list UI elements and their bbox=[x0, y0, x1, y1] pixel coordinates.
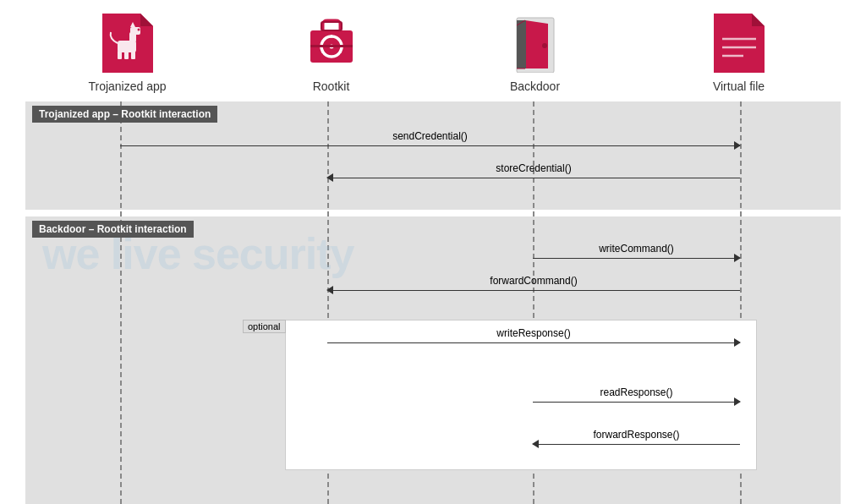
svg-rect-7 bbox=[124, 51, 129, 59]
lifeline-trojan bbox=[120, 101, 122, 504]
msg-forward-response: forwardResponse() bbox=[533, 444, 740, 445]
msg-store-credential-label: storeCredential() bbox=[496, 162, 571, 174]
svg-rect-15 bbox=[310, 45, 353, 47]
svg-rect-4 bbox=[130, 27, 140, 35]
rootkit-icon bbox=[306, 14, 357, 73]
msg-send-credential: sendCredential() bbox=[120, 145, 740, 146]
msg-read-response-label: readResponse() bbox=[600, 386, 672, 398]
section2-header: Backdoor – Rootkit interaction bbox=[32, 221, 194, 238]
msg-send-credential-label: sendCredential() bbox=[392, 130, 468, 142]
svg-rect-18 bbox=[517, 20, 526, 68]
msg-forward-response-label: forwardResponse() bbox=[593, 429, 679, 441]
msg-store-credential: storeCredential() bbox=[327, 178, 740, 178]
actors-row: Trojanized app bbox=[25, 8, 841, 101]
msg-write-response: writeResponse() bbox=[327, 342, 740, 343]
actor-vfile-label: Virtual file bbox=[713, 79, 765, 93]
svg-marker-22 bbox=[752, 14, 765, 26]
actor-trojan-label: Trojanized app bbox=[88, 79, 166, 93]
svg-rect-6 bbox=[118, 51, 122, 59]
svg-marker-1 bbox=[140, 14, 153, 26]
actor-backdoor: Backdoor bbox=[480, 14, 590, 93]
actor-trojan: Trojanized app bbox=[73, 14, 183, 93]
svg-point-9 bbox=[137, 29, 140, 31]
actor-backdoor-label: Backdoor bbox=[510, 79, 560, 93]
svg-rect-8 bbox=[131, 51, 135, 59]
msg-forward-command: forwardCommand() bbox=[327, 290, 740, 291]
trojan-icon bbox=[102, 14, 153, 73]
msg-write-response-label: writeResponse() bbox=[496, 327, 570, 339]
msg-forward-command-label: forwardCommand() bbox=[490, 275, 577, 287]
sequence-body: we live security Trojanized app – Rootki… bbox=[25, 101, 841, 504]
diagram-container: Trojanized app bbox=[0, 0, 866, 504]
svg-rect-11 bbox=[321, 22, 342, 30]
svg-point-17 bbox=[542, 43, 547, 48]
msg-write-command: writeCommand() bbox=[533, 258, 740, 259]
section1-header: Trojanized app – Rootkit interaction bbox=[32, 106, 217, 123]
svg-rect-2 bbox=[118, 41, 136, 52]
msg-write-command-label: writeCommand() bbox=[599, 243, 674, 255]
actor-rootkit-label: Rootkit bbox=[313, 79, 350, 93]
msg-read-response: readResponse() bbox=[533, 402, 740, 403]
actor-rootkit: Rootkit bbox=[277, 14, 386, 93]
actor-vfile: Virtual file bbox=[684, 14, 794, 93]
vfile-icon bbox=[714, 14, 765, 73]
backdoor-icon bbox=[510, 14, 561, 73]
optional-tag: optional bbox=[243, 320, 286, 333]
